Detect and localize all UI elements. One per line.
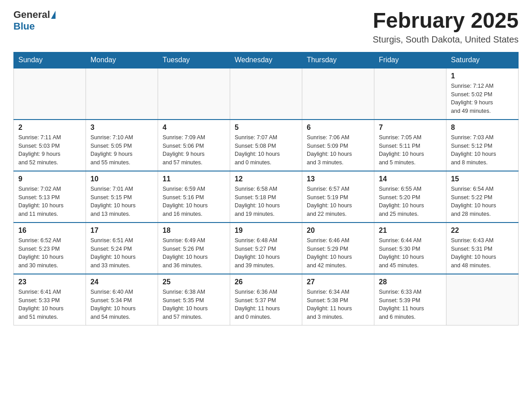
day-info: Sunrise: 6:59 AMSunset: 5:16 PMDaylight:…	[163, 185, 225, 218]
day-info: Sunrise: 7:09 AMSunset: 5:06 PMDaylight:…	[163, 133, 225, 167]
day-info: Sunrise: 6:58 AMSunset: 5:18 PMDaylight:…	[235, 185, 297, 218]
calendar-cell	[446, 274, 519, 325]
day-info: Sunrise: 6:57 AMSunset: 5:19 PMDaylight:…	[307, 185, 369, 218]
calendar-cell: 19Sunrise: 6:48 AMSunset: 5:27 PMDayligh…	[230, 223, 302, 274]
day-info: Sunrise: 7:05 AMSunset: 5:11 PMDaylight:…	[379, 133, 442, 167]
calendar-cell	[14, 68, 86, 120]
calendar-cell: 22Sunrise: 6:43 AMSunset: 5:31 PMDayligh…	[446, 223, 519, 274]
day-number: 8	[451, 124, 514, 132]
day-number: 3	[90, 124, 153, 132]
day-info: Sunrise: 6:41 AMSunset: 5:33 PMDaylight:…	[18, 288, 81, 321]
calendar-cell: 13Sunrise: 6:57 AMSunset: 5:19 PMDayligh…	[302, 171, 374, 223]
calendar-cell: 12Sunrise: 6:58 AMSunset: 5:18 PMDayligh…	[230, 171, 302, 223]
calendar-cell	[158, 68, 230, 120]
day-header-saturday: Saturday	[446, 52, 519, 68]
day-info: Sunrise: 7:02 AMSunset: 5:13 PMDaylight:…	[18, 185, 81, 218]
title-area: February 2025 Sturgis, South Dakota, Uni…	[373, 9, 519, 45]
calendar-cell: 9Sunrise: 7:02 AMSunset: 5:13 PMDaylight…	[14, 171, 86, 223]
day-number: 9	[18, 175, 81, 183]
calendar-cell: 14Sunrise: 6:55 AMSunset: 5:20 PMDayligh…	[374, 171, 446, 223]
calendar-cell: 26Sunrise: 6:36 AMSunset: 5:37 PMDayligh…	[230, 274, 302, 325]
location-subtitle: Sturgis, South Dakota, United States	[373, 34, 519, 45]
calendar-cell	[374, 68, 446, 120]
logo-general-text: General	[13, 9, 50, 21]
day-number: 18	[163, 227, 225, 235]
calendar-header-row: SundayMondayTuesdayWednesdayThursdayFrid…	[14, 52, 519, 68]
day-info: Sunrise: 7:07 AMSunset: 5:08 PMDaylight:…	[235, 133, 297, 167]
day-number: 19	[235, 227, 297, 235]
week-row-1: 1Sunrise: 7:12 AMSunset: 5:02 PMDaylight…	[14, 68, 519, 120]
day-info: Sunrise: 6:49 AMSunset: 5:26 PMDaylight:…	[163, 236, 225, 270]
day-info: Sunrise: 6:48 AMSunset: 5:27 PMDaylight:…	[235, 236, 297, 270]
calendar-cell: 8Sunrise: 7:03 AMSunset: 5:12 PMDaylight…	[446, 120, 519, 171]
calendar-cell: 28Sunrise: 6:33 AMSunset: 5:39 PMDayligh…	[374, 274, 446, 325]
day-number: 25	[163, 278, 225, 286]
day-number: 16	[18, 227, 81, 235]
logo-triangle-icon	[51, 11, 56, 19]
day-info: Sunrise: 6:54 AMSunset: 5:22 PMDaylight:…	[451, 185, 514, 218]
day-info: Sunrise: 7:01 AMSunset: 5:15 PMDaylight:…	[90, 185, 153, 218]
calendar-cell: 18Sunrise: 6:49 AMSunset: 5:26 PMDayligh…	[158, 223, 230, 274]
day-number: 21	[379, 227, 442, 235]
day-number: 11	[163, 175, 225, 183]
day-info: Sunrise: 6:36 AMSunset: 5:37 PMDaylight:…	[235, 288, 297, 321]
week-row-4: 16Sunrise: 6:52 AMSunset: 5:23 PMDayligh…	[14, 223, 519, 274]
day-info: Sunrise: 6:40 AMSunset: 5:34 PMDaylight:…	[90, 288, 153, 321]
day-number: 28	[379, 278, 442, 286]
day-number: 20	[307, 227, 369, 235]
calendar-cell: 2Sunrise: 7:11 AMSunset: 5:03 PMDaylight…	[14, 120, 86, 171]
day-info: Sunrise: 7:10 AMSunset: 5:05 PMDaylight:…	[90, 133, 153, 167]
calendar-cell: 11Sunrise: 6:59 AMSunset: 5:16 PMDayligh…	[158, 171, 230, 223]
calendar-cell: 21Sunrise: 6:44 AMSunset: 5:30 PMDayligh…	[374, 223, 446, 274]
calendar-cell: 3Sunrise: 7:10 AMSunset: 5:05 PMDaylight…	[86, 120, 158, 171]
day-number: 2	[18, 124, 81, 132]
day-header-thursday: Thursday	[302, 52, 374, 68]
day-number: 14	[379, 175, 442, 183]
day-number: 27	[307, 278, 369, 286]
day-info: Sunrise: 6:34 AMSunset: 5:38 PMDaylight:…	[307, 288, 369, 321]
day-number: 22	[451, 227, 514, 235]
calendar-cell: 5Sunrise: 7:07 AMSunset: 5:08 PMDaylight…	[230, 120, 302, 171]
logo: General Blue	[13, 9, 56, 32]
week-row-3: 9Sunrise: 7:02 AMSunset: 5:13 PMDaylight…	[14, 171, 519, 223]
week-row-5: 23Sunrise: 6:41 AMSunset: 5:33 PMDayligh…	[14, 274, 519, 325]
day-header-wednesday: Wednesday	[230, 52, 302, 68]
day-header-sunday: Sunday	[14, 52, 86, 68]
calendar-cell: 15Sunrise: 6:54 AMSunset: 5:22 PMDayligh…	[446, 171, 519, 223]
calendar-cell: 16Sunrise: 6:52 AMSunset: 5:23 PMDayligh…	[14, 223, 86, 274]
day-number: 1	[451, 72, 514, 80]
day-number: 26	[235, 278, 297, 286]
calendar-cell	[302, 68, 374, 120]
day-number: 17	[90, 227, 153, 235]
day-number: 13	[307, 175, 369, 183]
day-info: Sunrise: 6:52 AMSunset: 5:23 PMDaylight:…	[18, 236, 81, 270]
day-info: Sunrise: 7:11 AMSunset: 5:03 PMDaylight:…	[18, 133, 81, 167]
month-title: February 2025	[373, 9, 519, 33]
calendar-cell: 23Sunrise: 6:41 AMSunset: 5:33 PMDayligh…	[14, 274, 86, 325]
day-number: 4	[163, 124, 225, 132]
day-info: Sunrise: 6:33 AMSunset: 5:39 PMDaylight:…	[379, 288, 442, 321]
day-number: 10	[90, 175, 153, 183]
day-info: Sunrise: 6:55 AMSunset: 5:20 PMDaylight:…	[379, 185, 442, 218]
calendar-cell: 10Sunrise: 7:01 AMSunset: 5:15 PMDayligh…	[86, 171, 158, 223]
calendar-cell	[230, 68, 302, 120]
day-header-monday: Monday	[86, 52, 158, 68]
calendar-cell: 20Sunrise: 6:46 AMSunset: 5:29 PMDayligh…	[302, 223, 374, 274]
day-header-friday: Friday	[374, 52, 446, 68]
logo-blue-text: Blue	[13, 21, 35, 32]
calendar-cell: 6Sunrise: 7:06 AMSunset: 5:09 PMDaylight…	[302, 120, 374, 171]
calendar-cell: 1Sunrise: 7:12 AMSunset: 5:02 PMDaylight…	[446, 68, 519, 120]
calendar-cell: 4Sunrise: 7:09 AMSunset: 5:06 PMDaylight…	[158, 120, 230, 171]
day-info: Sunrise: 7:12 AMSunset: 5:02 PMDaylight:…	[451, 82, 514, 116]
page-header: General Blue February 2025 Sturgis, Sout…	[13, 9, 519, 45]
day-number: 15	[451, 175, 514, 183]
day-number: 7	[379, 124, 442, 132]
calendar-cell: 25Sunrise: 6:38 AMSunset: 5:35 PMDayligh…	[158, 274, 230, 325]
calendar-cell: 7Sunrise: 7:05 AMSunset: 5:11 PMDaylight…	[374, 120, 446, 171]
calendar-cell: 17Sunrise: 6:51 AMSunset: 5:24 PMDayligh…	[86, 223, 158, 274]
calendar-cell: 27Sunrise: 6:34 AMSunset: 5:38 PMDayligh…	[302, 274, 374, 325]
week-row-2: 2Sunrise: 7:11 AMSunset: 5:03 PMDaylight…	[14, 120, 519, 171]
day-number: 12	[235, 175, 297, 183]
day-number: 23	[18, 278, 81, 286]
calendar-cell	[86, 68, 158, 120]
